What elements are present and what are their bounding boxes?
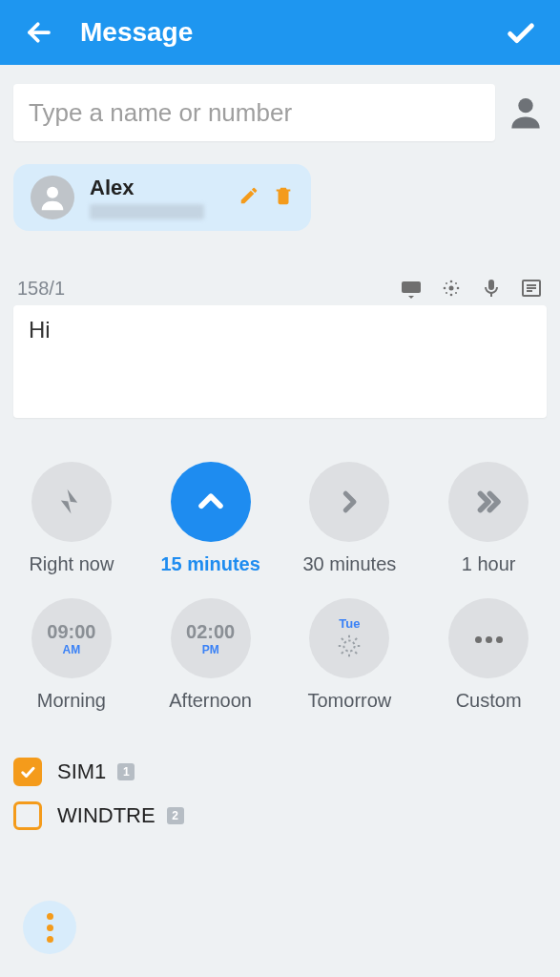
recipient-name: Alex [90,176,223,200]
svg-point-6 [450,281,453,283]
svg-point-1 [518,98,532,113]
schedule-morning[interactable]: 09:00AM Morning [13,598,130,712]
svg-point-2 [47,187,58,198]
page-title: Message [80,17,505,48]
svg-marker-4 [408,296,414,299]
svg-point-11 [455,282,457,284]
message-text: Hi [29,317,51,343]
svg-point-10 [446,282,447,284]
sim-option-windtre[interactable]: WINDTRE 2 [13,801,547,830]
svg-point-7 [450,294,453,297]
recipient-chip: Alex [13,164,311,231]
avatar-icon [31,176,74,219]
schedule-30-minutes[interactable]: 30 minutes [292,462,408,575]
assistant-icon[interactable] [440,277,463,300]
schedule-afternoon[interactable]: 02:00PM Afternoon [153,598,269,712]
svg-rect-3 [402,281,421,293]
svg-point-13 [455,292,457,294]
svg-point-18 [344,640,355,651]
svg-point-12 [446,292,447,294]
delete-icon[interactable] [273,185,294,210]
svg-line-25 [356,638,358,640]
more-options-button[interactable] [23,901,76,954]
recipient-input[interactable] [13,84,495,141]
svg-point-9 [457,287,460,290]
svg-line-26 [342,652,343,654]
sim-badge: 1 [117,763,135,780]
schedule-15-minutes[interactable]: 15 minutes [153,462,269,575]
back-button[interactable] [23,16,55,49]
svg-point-8 [444,287,446,290]
mic-icon[interactable] [480,277,503,300]
schedule-tomorrow[interactable]: Tue Tomorrow [292,598,408,712]
checkbox-unchecked-icon [13,801,42,830]
confirm-button[interactable] [505,16,537,49]
svg-line-24 [356,652,358,654]
svg-point-5 [449,286,454,291]
schedule-right-now[interactable]: Right now [13,462,130,575]
schedule-1-hour[interactable]: 1 hour [430,462,547,575]
more-icon [473,630,505,647]
checkbox-checked-icon [13,758,42,786]
contacts-icon[interactable] [505,92,547,134]
recipient-number-redacted [90,204,204,219]
svg-line-23 [342,638,343,640]
schedule-custom[interactable]: Custom [430,598,547,712]
keyboard-icon[interactable] [400,277,423,300]
app-header: Message [0,0,560,65]
sim-option-sim1[interactable]: SIM1 1 [13,758,547,786]
edit-icon[interactable] [239,185,259,210]
char-counter: 158/1 [17,278,400,300]
sim-badge: 2 [167,807,184,824]
message-textarea[interactable]: Hi [13,305,547,418]
template-icon[interactable] [520,277,543,300]
